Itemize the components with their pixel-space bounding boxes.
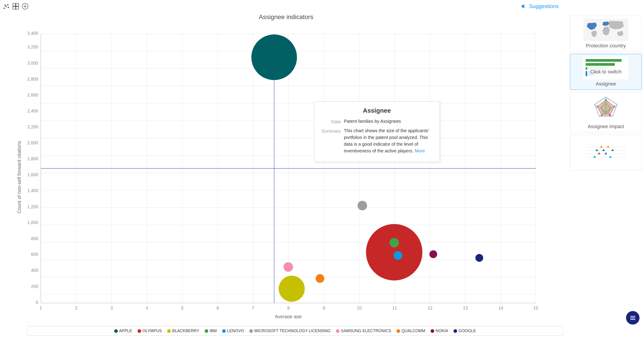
legend-dot-qualcomm <box>396 329 400 333</box>
chart-area[interactable]: Count of non-self forward citations <box>7 25 566 318</box>
chart-legend: APPLE OLYMPUS BLACKBERRY IBM LENOVO MICR… <box>27 326 563 336</box>
bubble-blackberry[interactable] <box>279 276 305 302</box>
legend-dot-apple <box>114 329 118 333</box>
svg-text:800: 800 <box>31 236 38 241</box>
svg-rect-121 <box>630 319 635 320</box>
legend-dot-google <box>454 329 457 333</box>
tooltip-title: Assignee <box>321 107 433 114</box>
world-map-svg <box>584 19 628 41</box>
svg-point-2 <box>4 4 6 6</box>
tooltip-summary-row: Summary This chart shows the size of the… <box>321 127 433 154</box>
add-chart-icon[interactable] <box>21 2 29 10</box>
svg-text:15: 15 <box>534 306 538 310</box>
fab-menu-button[interactable] <box>626 311 640 324</box>
legend-label-lenovo: LENOVO <box>227 328 244 333</box>
legend-item-microsoft: MICROSOFT TECHNOLOGY LICENSING <box>249 328 330 333</box>
chart-title: Assignee indicators <box>7 14 566 21</box>
legend-item-qualcomm: QUALCOMM <box>396 328 425 333</box>
svg-text:2,000: 2,000 <box>28 140 38 145</box>
menu-icon <box>630 314 636 321</box>
tooltip-data-value: Patent families by Assignees <box>344 118 433 125</box>
click-to-switch-label: Click to switch <box>587 67 624 76</box>
svg-text:7: 7 <box>252 306 254 310</box>
svg-rect-6 <box>16 3 18 6</box>
svg-point-0 <box>4 8 5 9</box>
legend-label-olympus: OLYMPUS <box>142 328 162 333</box>
protection-country-label: Protection country <box>586 43 626 49</box>
legend-dot-lenovo <box>222 329 226 333</box>
svg-text:9: 9 <box>323 306 325 310</box>
chart-tooltip: Assignee Data Patent families by Assigne… <box>314 102 440 162</box>
bubble-olympus[interactable] <box>366 224 422 280</box>
legend-item-google: GOOGLE <box>454 328 476 333</box>
right-sidebar: Protection country Click to switch Assig… <box>568 14 644 173</box>
bubble-microsoft[interactable] <box>358 201 367 210</box>
svg-point-101 <box>614 106 615 108</box>
grid-view-icon[interactable] <box>12 2 20 10</box>
tooltip-summary-value: This chart shows the size of the applica… <box>344 127 433 154</box>
svg-text:1: 1 <box>40 306 42 310</box>
svg-text:10: 10 <box>357 306 362 310</box>
svg-text:2,600: 2,600 <box>28 92 38 98</box>
bubble-nokia[interactable] <box>429 250 437 258</box>
svg-text:6: 6 <box>216 306 219 310</box>
svg-text:1,000: 1,000 <box>28 220 38 225</box>
suggestions-label: Suggestions <box>529 3 559 10</box>
legend-item-ibm: IBM <box>205 328 217 333</box>
svg-text:3,400: 3,400 <box>28 31 38 36</box>
bubble-google[interactable] <box>476 254 483 262</box>
svg-text:2: 2 <box>75 306 78 310</box>
svg-text:14: 14 <box>498 306 503 310</box>
svg-rect-86 <box>586 59 622 62</box>
sidebar-card-assignee[interactable]: Click to switch Assignee <box>570 54 642 90</box>
main-chart-container: Assignee indicators Count of non-self fo… <box>7 14 566 320</box>
svg-point-13 <box>524 5 527 8</box>
bubble-lenovo[interactable] <box>394 251 402 260</box>
svg-text:1,600: 1,600 <box>28 172 38 177</box>
svg-text:3,000: 3,000 <box>28 60 38 66</box>
tooltip-data-label: Data <box>321 118 341 125</box>
legend-dot-ibm <box>205 329 208 333</box>
svg-text:Average age: Average age <box>275 314 302 318</box>
svg-rect-5 <box>13 3 16 6</box>
legend-item-blackberry: BLACKBERRY <box>167 328 199 333</box>
suggestions-button[interactable]: Suggestions <box>522 3 559 10</box>
svg-point-103 <box>601 114 603 116</box>
sidebar-card-assignee-impact[interactable]: Assignee Impact <box>570 92 642 132</box>
svg-point-104 <box>596 106 598 108</box>
tooltip-more-link[interactable]: More <box>415 148 425 153</box>
legend-item-lenovo: LENOVO <box>222 328 244 333</box>
bubble-qualcomm[interactable] <box>316 274 324 283</box>
svg-point-100 <box>605 99 607 101</box>
svg-text:4: 4 <box>146 306 148 310</box>
bubble-samsung[interactable] <box>284 262 293 272</box>
svg-text:11: 11 <box>392 306 397 310</box>
svg-rect-119 <box>630 316 635 317</box>
legend-dot-microsoft <box>249 329 253 333</box>
bubble-apple[interactable] <box>251 34 297 80</box>
sidebar-card-protection-country[interactable]: Protection country <box>570 16 642 52</box>
scatter-plot-icon[interactable] <box>2 2 10 10</box>
legend-label-samsung: SAMSUNG ELECTRONICS <box>341 328 391 333</box>
legend-label-blackberry: BLACKBERRY <box>172 328 199 333</box>
svg-text:3,200: 3,200 <box>28 44 38 50</box>
legend-item-nokia: NOKIA <box>430 328 448 333</box>
svg-rect-120 <box>630 318 635 318</box>
sidebar-card-timeline[interactable] <box>570 135 642 170</box>
legend-dot-samsung <box>336 329 340 333</box>
svg-text:5: 5 <box>181 306 184 310</box>
legend-dot-blackberry <box>167 329 171 333</box>
svg-text:400: 400 <box>31 268 38 273</box>
timeline-svg <box>584 144 628 162</box>
svg-rect-8 <box>16 6 18 9</box>
chart-svg: Count of non-self forward citations <box>7 25 566 318</box>
svg-text:1,400: 1,400 <box>28 188 38 193</box>
svg-text:13: 13 <box>463 306 468 310</box>
legend-label-ibm: IBM <box>210 328 217 333</box>
svg-point-1 <box>6 6 7 7</box>
bubble-ibm[interactable] <box>389 238 399 248</box>
legend-item-apple: APPLE <box>114 328 132 333</box>
legend-dot-nokia <box>430 329 434 333</box>
svg-text:2,800: 2,800 <box>28 76 38 82</box>
legend-label-google: GOOGLE <box>458 328 476 333</box>
